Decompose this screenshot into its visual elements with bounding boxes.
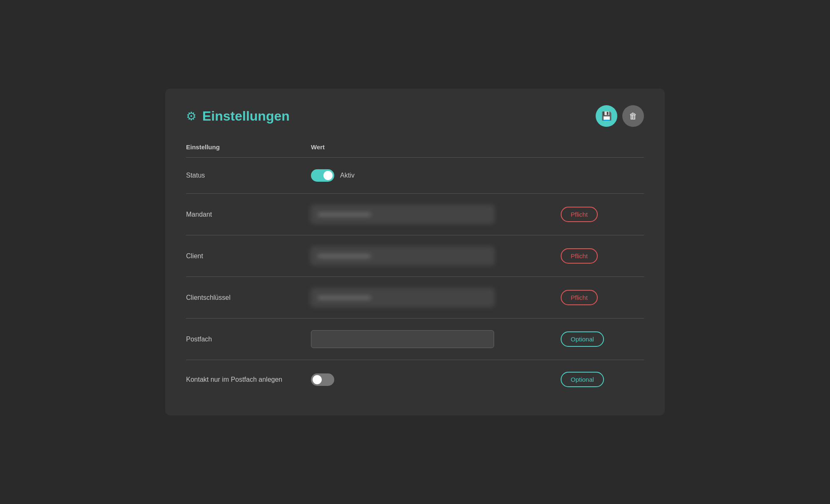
badge-cell-mandant: Pflicht: [561, 207, 644, 222]
row-value-status: Aktiv: [311, 169, 561, 182]
toggle-slider-status: [311, 169, 334, 182]
toggle-slider-kontakt: [311, 373, 334, 386]
col-setting-header: Einstellung: [186, 143, 311, 151]
badge-postfach: Optional: [561, 331, 604, 347]
page-title: Einstellungen: [202, 109, 290, 124]
toggle-status[interactable]: [311, 169, 334, 182]
row-label-status: Status: [186, 172, 311, 179]
toggle-wrapper-status: Aktiv: [311, 169, 355, 182]
input-client[interactable]: [311, 247, 494, 265]
settings-row-clientschluessel: ClientschlüsselPflicht: [186, 277, 644, 319]
row-value-mandant[interactable]: [311, 205, 561, 223]
delete-button[interactable]: 🗑: [622, 105, 644, 127]
row-label-client: Client: [186, 252, 311, 260]
header: ⚙ Einstellungen 💾 🗑: [186, 105, 644, 127]
row-value-clientschluessel[interactable]: [311, 289, 561, 306]
badge-mandant: Pflicht: [561, 207, 598, 222]
row-value-postfach[interactable]: [311, 330, 561, 348]
settings-row-kontakt: Kontakt nur im Postfach anlegenOptional: [186, 360, 644, 399]
badge-client: Pflicht: [561, 248, 598, 264]
settings-row-postfach: PostfachOptional: [186, 319, 644, 360]
badge-clientschluessel: Pflicht: [561, 290, 598, 305]
save-button[interactable]: 💾: [596, 105, 617, 127]
settings-row-client: ClientPflicht: [186, 235, 644, 277]
title-group: ⚙ Einstellungen: [186, 109, 290, 124]
input-postfach[interactable]: [311, 330, 494, 348]
badge-kontakt: Optional: [561, 372, 604, 387]
input-mandant[interactable]: [311, 205, 494, 223]
badge-cell-client: Pflicht: [561, 248, 644, 264]
row-label-kontakt: Kontakt nur im Postfach anlegen: [186, 376, 311, 383]
settings-row-status: StatusAktiv: [186, 158, 644, 194]
badge-cell-kontakt: Optional: [561, 372, 644, 387]
settings-rows: StatusAktivMandantPflichtClientPflichtCl…: [186, 158, 644, 399]
settings-panel: ⚙ Einstellungen 💾 🗑 Einstellung Wert Sta…: [165, 89, 665, 415]
badge-cell-postfach: Optional: [561, 331, 644, 347]
settings-row-mandant: MandantPflicht: [186, 194, 644, 235]
row-label-mandant: Mandant: [186, 211, 311, 218]
row-value-client[interactable]: [311, 247, 561, 265]
header-actions: 💾 🗑: [596, 105, 644, 127]
badge-cell-clientschluessel: Pflicht: [561, 290, 644, 305]
row-label-clientschluessel: Clientschlüssel: [186, 294, 311, 301]
table-header: Einstellung Wert: [186, 143, 644, 158]
toggle-kontakt[interactable]: [311, 373, 334, 386]
gear-icon: ⚙: [186, 109, 196, 123]
input-clientschluessel[interactable]: [311, 289, 494, 306]
toggle-wrapper-kontakt: [311, 373, 334, 386]
col-value-header: Wert: [311, 143, 561, 151]
toggle-label-status: Aktiv: [340, 172, 355, 179]
row-label-postfach: Postfach: [186, 336, 311, 343]
row-value-kontakt: [311, 373, 561, 386]
